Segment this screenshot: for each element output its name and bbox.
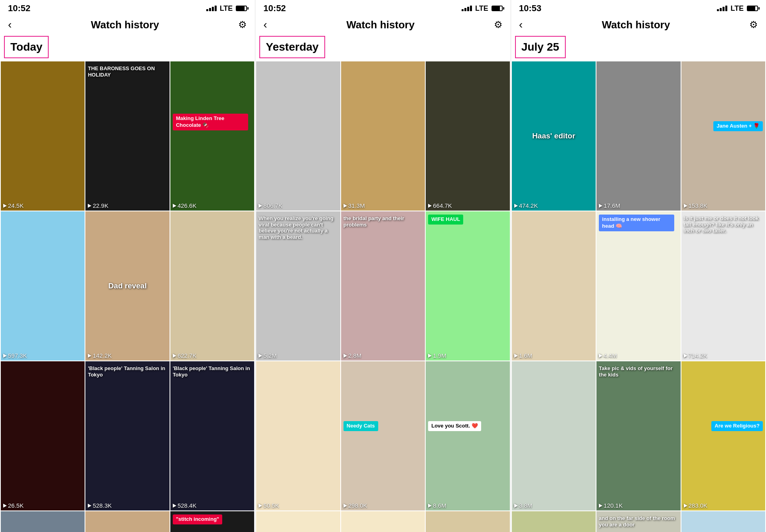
video-thumbnail[interactable]: WIFE HAUL 1.9M <box>426 211 509 361</box>
play-icon <box>88 204 91 208</box>
view-count: 664.7K <box>428 202 452 209</box>
back-button[interactable]: ‹ <box>263 18 267 31</box>
date-header: Today <box>4 36 49 58</box>
play-icon <box>599 504 602 508</box>
video-thumbnail[interactable]: 3.8M <box>512 361 596 510</box>
video-thumbnail[interactable]: Needy Cats 298.0K <box>341 361 425 510</box>
status-icons: LTE <box>206 4 247 13</box>
battery-icon <box>747 6 758 11</box>
video-thumbnail[interactable]: Screen Time: Solution 11.6K <box>341 511 425 532</box>
play-icon <box>684 204 687 208</box>
nav-bar: ‹ Watch history ⚙ <box>255 15 510 34</box>
video-thumbnail[interactable]: Haas' editor 474.2K <box>512 61 596 211</box>
view-count: 1.6M <box>514 352 532 359</box>
video-thumbnail[interactable]: and on the far side of the room you are … <box>596 511 680 532</box>
video-thumbnail[interactable]: 24.5K <box>1 61 85 211</box>
video-badge: Making Linden Tree Chocolate 🍫 <box>173 114 248 130</box>
settings-button[interactable]: ⚙ <box>494 19 503 30</box>
video-thumbnail[interactable]: the bridal party and their problems 2.8M <box>341 211 425 361</box>
view-count: 622.7K <box>173 352 197 359</box>
video-badge: Jane Austen + 🌹 <box>713 121 763 131</box>
video-thumbnail[interactable]: We are family ❤️ 703.4K <box>85 511 169 532</box>
play-icon <box>259 204 262 208</box>
status-bar: 10:53 LTE <box>511 0 766 15</box>
video-badge: Are we Religious? <box>711 421 763 431</box>
video-grid: Haas' editor 474.2K 17.6MJane Austen + 🌹… <box>511 61 766 532</box>
video-thumbnail[interactable]: 26.5K <box>1 361 85 510</box>
view-count: 3.8M <box>514 502 532 509</box>
video-label: THE BARONESS GOES ON HOLIDAY <box>88 65 167 78</box>
video-thumbnail[interactable]: 1.6M <box>512 211 596 361</box>
play-icon <box>173 204 176 208</box>
lte-label: LTE <box>730 4 744 13</box>
play-icon <box>599 354 602 358</box>
video-thumbnail[interactable]: 50.5K <box>256 361 340 510</box>
view-count: 528.3K <box>88 502 112 509</box>
play-icon <box>88 504 91 508</box>
video-label: When you realize you're going viral beca… <box>259 215 338 240</box>
status-icons: LTE <box>462 4 503 13</box>
view-count: 26.5K <box>3 502 24 509</box>
play-icon <box>173 504 176 508</box>
video-badge: "stitch incoming" <box>173 514 222 524</box>
view-count: 50.5K <box>259 502 279 509</box>
video-thumbnail[interactable]: 31.3M <box>341 61 425 211</box>
view-count: 806.7K <box>259 202 282 209</box>
back-button[interactable]: ‹ <box>519 18 523 31</box>
phones-container: 10:52 LTE ‹ Watch history ⚙ Today 24.5KT… <box>0 0 766 532</box>
settings-button[interactable]: ⚙ <box>749 19 758 30</box>
signal-icon <box>462 6 472 11</box>
video-thumbnail[interactable]: THE BARONESS GOES ON HOLIDAY 22.9K <box>85 61 169 211</box>
video-thumbnail[interactable]: Is it just me or does it not look tall e… <box>681 211 765 361</box>
video-thumbnail[interactable]: Jane Austen + 🌹 153.8K <box>681 61 765 211</box>
status-bar: 10:52 LTE <box>0 0 255 15</box>
video-label: 'Black people' Tanning Salon in Tokyo <box>173 365 252 378</box>
video-thumbnail[interactable]: 17.6M <box>596 61 680 211</box>
status-time: 10:53 <box>519 3 541 14</box>
video-thumbnail[interactable]: Take pic & vids of yourself for the kids… <box>596 361 680 510</box>
status-bar: 10:52 LTE <box>255 0 510 15</box>
settings-button[interactable]: ⚙ <box>238 19 247 30</box>
status-time: 10:52 <box>8 3 30 14</box>
video-label: the bridal party and their problems <box>344 215 422 228</box>
video-thumbnail[interactable]: Are we Religious? 283.0K <box>681 361 765 510</box>
view-count: 4.4M <box>599 352 617 359</box>
video-thumbnail[interactable]: Dad reveal 142.2K <box>85 211 169 361</box>
page-title: Watch history <box>91 19 159 31</box>
video-thumbnail[interactable]: Making Linden Tree Chocolate 🍫 426.6K <box>170 61 254 211</box>
video-thumbnail[interactable]: 1.4M <box>1 511 85 532</box>
video-label: and on the far side of the room you are … <box>599 515 678 528</box>
view-count: 31.3M <box>344 202 365 209</box>
video-thumbnail[interactable]: Love you Scott. ❤️ 8.6M <box>426 361 509 510</box>
status-time: 10:52 <box>263 3 286 14</box>
play-icon <box>428 354 432 358</box>
video-thumbnail[interactable]: 'Black people' Tanning Salon in Tokyo 52… <box>85 361 169 510</box>
play-icon <box>3 204 7 208</box>
video-thumbnail[interactable]: BROTHER KHALED?!? 3.0M <box>512 511 596 532</box>
view-count: 474.2K <box>514 202 538 209</box>
video-thumbnail[interactable]: Screen time: Problem 290.9K <box>256 511 340 532</box>
video-thumbnail[interactable]: 'Black people' Tanning Salon in Tokyo 52… <box>170 361 254 510</box>
view-count: 426.6K <box>173 202 197 209</box>
video-thumbnail[interactable]: 1.7M <box>681 511 765 532</box>
video-thumbnail[interactable]: When you realize you're going viral beca… <box>256 211 340 361</box>
video-thumbnail[interactable]: 8.3M <box>426 511 509 532</box>
video-thumbnail[interactable]: 622.7K <box>170 211 254 361</box>
view-count: 17.6M <box>599 202 620 209</box>
video-thumbnail[interactable]: 597.3K <box>1 211 85 361</box>
view-count: 597.3K <box>3 352 27 359</box>
play-icon <box>259 504 262 508</box>
video-label: Is it just me or does it not look tall e… <box>684 215 763 234</box>
video-label: 'Black people' Tanning Salon in Tokyo <box>88 365 167 378</box>
video-label: Haas' editor <box>514 132 593 141</box>
signal-icon <box>717 6 727 11</box>
video-thumbnail[interactable]: 664.7K <box>426 61 509 211</box>
view-count: 528.4K <box>173 502 197 509</box>
video-thumbnail[interactable]: 806.7K <box>256 61 340 211</box>
play-icon <box>514 354 518 358</box>
nav-bar: ‹ Watch history ⚙ <box>0 15 255 34</box>
video-thumbnail[interactable]: installing a new shower head 🧠 4.4M <box>596 211 680 361</box>
back-button[interactable]: ‹ <box>8 18 12 31</box>
battery-icon <box>236 6 247 11</box>
video-thumbnail[interactable]: "stitch incoming" 589.2K <box>170 511 254 532</box>
